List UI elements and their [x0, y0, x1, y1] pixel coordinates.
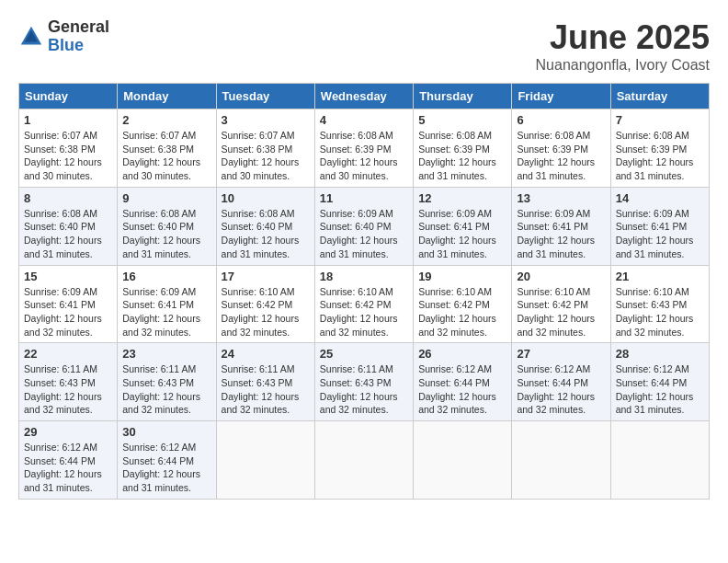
col-sunday: Sunday — [19, 84, 118, 109]
day-number: 20 — [517, 270, 605, 283]
day-number: 7 — [616, 113, 704, 127]
calendar-cell: 7 Sunrise: 6:08 AM Sunset: 6:39 PM Dayli… — [610, 109, 709, 188]
day-number: 22 — [24, 347, 112, 361]
day-number: 19 — [418, 270, 506, 283]
day-number: 12 — [418, 191, 506, 205]
day-number: 2 — [122, 113, 210, 127]
day-info: Sunrise: 6:10 AM Sunset: 6:42 PM Dayligh… — [517, 285, 605, 339]
day-info: Sunrise: 6:10 AM Sunset: 6:42 PM Dayligh… — [222, 285, 310, 339]
day-info: Sunrise: 6:11 AM Sunset: 6:43 PM Dayligh… — [24, 362, 112, 417]
day-info: Sunrise: 6:11 AM Sunset: 6:43 PM Dayligh… — [122, 362, 210, 417]
day-info: Sunrise: 6:09 AM Sunset: 6:41 PM Dayligh… — [122, 285, 210, 339]
calendar-cell — [216, 421, 314, 500]
day-number: 6 — [517, 113, 605, 127]
calendar-cell: 2 Sunrise: 6:07 AM Sunset: 6:38 PM Dayli… — [118, 109, 216, 188]
calendar-cell: 28 Sunrise: 6:12 AM Sunset: 6:44 PM Dayl… — [610, 343, 709, 421]
day-info: Sunrise: 6:07 AM Sunset: 6:38 PM Dayligh… — [222, 129, 310, 183]
day-info: Sunrise: 6:12 AM Sunset: 6:44 PM Dayligh… — [24, 441, 112, 495]
day-number: 17 — [222, 270, 310, 283]
calendar-header-row: Sunday Monday Tuesday Wednesday Thursday… — [19, 84, 710, 109]
day-info: Sunrise: 6:08 AM Sunset: 6:39 PM Dayligh… — [517, 129, 605, 183]
day-number: 10 — [222, 191, 310, 205]
calendar-cell: 30 Sunrise: 6:12 AM Sunset: 6:44 PM Dayl… — [118, 421, 216, 500]
col-saturday: Saturday — [610, 84, 709, 109]
logo-text: General Blue — [48, 18, 109, 55]
calendar-cell — [512, 421, 610, 500]
day-info: Sunrise: 6:08 AM Sunset: 6:39 PM Dayligh… — [418, 129, 506, 183]
calendar-cell: 22 Sunrise: 6:11 AM Sunset: 6:43 PM Dayl… — [19, 343, 118, 421]
day-number: 28 — [616, 347, 704, 361]
day-number: 27 — [517, 347, 605, 361]
day-info: Sunrise: 6:08 AM Sunset: 6:40 PM Dayligh… — [24, 207, 112, 261]
calendar-cell: 18 Sunrise: 6:10 AM Sunset: 6:42 PM Dayl… — [314, 265, 413, 343]
day-info: Sunrise: 6:12 AM Sunset: 6:44 PM Dayligh… — [122, 441, 210, 495]
day-info: Sunrise: 6:12 AM Sunset: 6:44 PM Dayligh… — [517, 362, 605, 417]
day-info: Sunrise: 6:11 AM Sunset: 6:43 PM Dayligh… — [320, 362, 408, 417]
logo-icon — [18, 24, 44, 50]
col-friday: Friday — [512, 84, 610, 109]
calendar-cell: 19 Sunrise: 6:10 AM Sunset: 6:42 PM Dayl… — [414, 265, 512, 343]
calendar-cell: 6 Sunrise: 6:08 AM Sunset: 6:39 PM Dayli… — [512, 109, 610, 188]
calendar-cell: 4 Sunrise: 6:08 AM Sunset: 6:39 PM Dayli… — [314, 109, 413, 188]
calendar-cell: 29 Sunrise: 6:12 AM Sunset: 6:44 PM Dayl… — [19, 421, 118, 500]
day-number: 21 — [616, 270, 704, 283]
day-number: 11 — [320, 191, 408, 205]
calendar-table: Sunday Monday Tuesday Wednesday Thursday… — [18, 83, 710, 500]
calendar-cell: 9 Sunrise: 6:08 AM Sunset: 6:40 PM Dayli… — [118, 187, 216, 265]
col-thursday: Thursday — [414, 84, 512, 109]
calendar-cell: 24 Sunrise: 6:11 AM Sunset: 6:43 PM Dayl… — [216, 343, 314, 421]
title-block: June 2025 Nuanangonfla, Ivory Coast — [536, 18, 710, 74]
day-number: 26 — [418, 347, 506, 361]
day-info: Sunrise: 6:12 AM Sunset: 6:44 PM Dayligh… — [418, 362, 506, 417]
day-number: 3 — [222, 113, 310, 127]
day-number: 4 — [320, 113, 408, 127]
logo-general-text: General — [48, 18, 109, 37]
day-number: 30 — [122, 425, 210, 439]
day-number: 5 — [418, 113, 506, 127]
col-wednesday: Wednesday — [314, 84, 413, 109]
month-title: June 2025 — [536, 18, 710, 57]
day-info: Sunrise: 6:10 AM Sunset: 6:42 PM Dayligh… — [418, 285, 506, 339]
logo: General Blue — [18, 18, 109, 55]
day-info: Sunrise: 6:07 AM Sunset: 6:38 PM Dayligh… — [24, 129, 112, 183]
calendar-cell: 13 Sunrise: 6:09 AM Sunset: 6:41 PM Dayl… — [512, 187, 610, 265]
calendar-cell: 14 Sunrise: 6:09 AM Sunset: 6:41 PM Dayl… — [610, 187, 709, 265]
calendar-cell: 10 Sunrise: 6:08 AM Sunset: 6:40 PM Dayl… — [216, 187, 314, 265]
day-number: 9 — [122, 191, 210, 205]
calendar-cell: 1 Sunrise: 6:07 AM Sunset: 6:38 PM Dayli… — [19, 109, 118, 188]
calendar-cell: 26 Sunrise: 6:12 AM Sunset: 6:44 PM Dayl… — [414, 343, 512, 421]
calendar-cell: 5 Sunrise: 6:08 AM Sunset: 6:39 PM Dayli… — [414, 109, 512, 188]
calendar-cell: 17 Sunrise: 6:10 AM Sunset: 6:42 PM Dayl… — [216, 265, 314, 343]
calendar-cell: 16 Sunrise: 6:09 AM Sunset: 6:41 PM Dayl… — [118, 265, 216, 343]
day-info: Sunrise: 6:09 AM Sunset: 6:41 PM Dayligh… — [24, 285, 112, 339]
calendar-cell — [314, 421, 413, 500]
day-number: 15 — [24, 270, 112, 283]
day-info: Sunrise: 6:12 AM Sunset: 6:44 PM Dayligh… — [616, 362, 704, 417]
page-header: General Blue June 2025 Nuanangonfla, Ivo… — [18, 18, 710, 74]
calendar-cell: 25 Sunrise: 6:11 AM Sunset: 6:43 PM Dayl… — [314, 343, 413, 421]
day-number: 25 — [320, 347, 408, 361]
calendar-cell: 21 Sunrise: 6:10 AM Sunset: 6:43 PM Dayl… — [610, 265, 709, 343]
location-subtitle: Nuanangonfla, Ivory Coast — [536, 57, 710, 74]
day-number: 13 — [517, 191, 605, 205]
logo-blue-text: Blue — [48, 37, 109, 55]
day-info: Sunrise: 6:09 AM Sunset: 6:41 PM Dayligh… — [418, 207, 506, 261]
day-info: Sunrise: 6:10 AM Sunset: 6:42 PM Dayligh… — [320, 285, 408, 339]
day-info: Sunrise: 6:08 AM Sunset: 6:40 PM Dayligh… — [222, 207, 310, 261]
calendar-cell: 3 Sunrise: 6:07 AM Sunset: 6:38 PM Dayli… — [216, 109, 314, 188]
calendar-cell — [610, 421, 709, 500]
day-number: 8 — [24, 191, 112, 205]
calendar-cell: 27 Sunrise: 6:12 AM Sunset: 6:44 PM Dayl… — [512, 343, 610, 421]
day-info: Sunrise: 6:09 AM Sunset: 6:40 PM Dayligh… — [320, 207, 408, 261]
day-info: Sunrise: 6:11 AM Sunset: 6:43 PM Dayligh… — [222, 362, 310, 417]
day-number: 23 — [122, 347, 210, 361]
col-monday: Monday — [118, 84, 216, 109]
day-info: Sunrise: 6:09 AM Sunset: 6:41 PM Dayligh… — [616, 207, 704, 261]
day-info: Sunrise: 6:08 AM Sunset: 6:39 PM Dayligh… — [616, 129, 704, 183]
calendar-cell: 20 Sunrise: 6:10 AM Sunset: 6:42 PM Dayl… — [512, 265, 610, 343]
day-info: Sunrise: 6:10 AM Sunset: 6:43 PM Dayligh… — [616, 285, 704, 339]
calendar-cell: 8 Sunrise: 6:08 AM Sunset: 6:40 PM Dayli… — [19, 187, 118, 265]
day-number: 24 — [222, 347, 310, 361]
day-number: 14 — [616, 191, 704, 205]
calendar-cell: 12 Sunrise: 6:09 AM Sunset: 6:41 PM Dayl… — [414, 187, 512, 265]
